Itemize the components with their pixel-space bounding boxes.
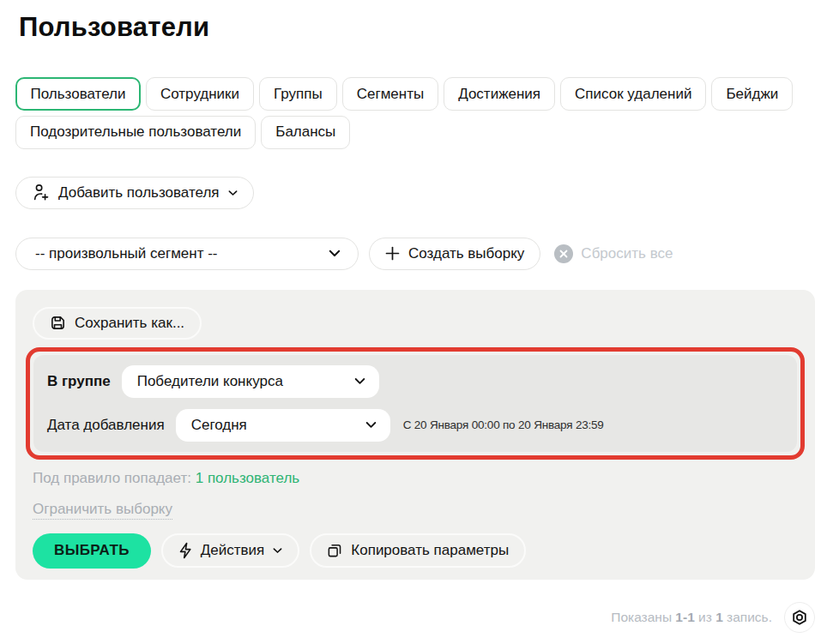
date-filter-value: Сегодня [191, 417, 247, 434]
add-user-row: Добавить пользователя [15, 177, 815, 209]
page-title: Пользователи [19, 12, 815, 43]
date-filter-row: Дата добавления Сегодня С 20 Января 00:0… [47, 409, 783, 442]
date-filter-label: Дата добавления [47, 417, 165, 434]
chevron-down-icon [329, 250, 341, 257]
tab-badges[interactable]: Бейджи [711, 77, 793, 111]
actions-dropdown-button[interactable]: Действия [161, 533, 299, 568]
table-settings-button[interactable] [784, 602, 815, 633]
actions-dropdown-label: Действия [201, 542, 264, 559]
select-button[interactable]: ВЫБРАТЬ [33, 533, 151, 569]
users-page: Пользователи Пользователи Сотрудники Гру… [0, 0, 833, 633]
group-filter-label: В группе [47, 373, 111, 390]
highlighted-filter-group: В группе Победители конкурса Дата добавл… [26, 347, 805, 460]
tab-segments[interactable]: Сегменты [342, 77, 438, 111]
tab-groups[interactable]: Группы [259, 77, 337, 111]
create-selection-label: Создать выборку [408, 245, 524, 262]
lightning-icon [178, 542, 192, 559]
group-filter-row: В группе Победители конкурса [47, 365, 783, 398]
rule-match-count-link[interactable]: 1 пользователь [196, 470, 299, 486]
hex-nut-icon [791, 609, 808, 626]
rule-match-label: Под правило попадает: [33, 470, 191, 486]
group-filter-select[interactable]: Победители конкурса [122, 365, 379, 398]
add-user-button[interactable]: Добавить пользователя [15, 177, 254, 209]
summary-range: 1-1 [675, 610, 694, 624]
save-as-label: Сохранить как... [75, 315, 184, 332]
summary-suffix: запись. [727, 610, 772, 624]
records-summary: Показаны 1-1 из 1 запись. [611, 610, 772, 625]
group-filter-value: Победители конкурса [137, 373, 283, 390]
chevron-down-icon [365, 421, 377, 429]
floppy-disk-icon [50, 315, 66, 331]
create-selection-button[interactable]: Создать выборку [369, 238, 540, 270]
tab-balances[interactable]: Балансы [261, 116, 350, 148]
summary-of: из [698, 610, 712, 624]
date-range-hint: С 20 Января 00:00 по 20 Января 23:59 [403, 418, 604, 431]
date-filter-select[interactable]: Сегодня [176, 409, 390, 442]
tab-users[interactable]: Пользователи [15, 77, 141, 111]
add-user-label: Добавить пользователя [58, 184, 220, 202]
tab-deletion-list[interactable]: Список удалений [560, 77, 706, 111]
chevron-down-icon [228, 190, 238, 196]
segment-select[interactable]: -- произвольный сегмент -- [15, 238, 359, 270]
tab-employees[interactable]: Сотрудники [146, 77, 254, 111]
rule-match-status: Под правило попадает: 1 пользователь [33, 470, 805, 487]
tab-bar: Пользователи Сотрудники Группы Сегменты … [15, 77, 815, 149]
filter-box: В группе Победители конкурса Дата добавл… [33, 355, 797, 452]
summary-shown: Показаны [611, 610, 672, 624]
copy-params-label: Копировать параметры [351, 542, 509, 559]
person-add-icon [32, 184, 50, 202]
chevron-down-icon [273, 547, 282, 554]
reset-all-label: Сбросить все [581, 245, 673, 262]
chevron-down-icon [354, 377, 365, 385]
x-circle-icon [554, 244, 573, 263]
reset-all-button[interactable]: Сбросить все [551, 244, 676, 263]
tab-achievements[interactable]: Достижения [444, 77, 555, 111]
copy-params-button[interactable]: Копировать параметры [310, 533, 526, 568]
segment-select-value: -- произвольный сегмент -- [35, 245, 218, 262]
selection-controls-row: -- произвольный сегмент -- Создать выбор… [15, 238, 815, 270]
summary-total: 1 [715, 610, 723, 624]
selection-panel: Сохранить как... В группе Победители кон… [15, 290, 815, 580]
save-as-button[interactable]: Сохранить как... [33, 307, 202, 340]
limit-selection-link[interactable]: Ограничить выборку [33, 501, 172, 520]
tab-suspicious-users[interactable]: Подозрительные пользователи [15, 116, 256, 148]
plus-icon [385, 246, 400, 261]
limit-selection-row: Ограничить выборку [33, 501, 805, 518]
results-footer: Показаны 1-1 из 1 запись. [15, 602, 815, 633]
copy-icon [327, 543, 342, 558]
panel-actions-row: ВЫБРАТЬ Действия [33, 533, 805, 569]
